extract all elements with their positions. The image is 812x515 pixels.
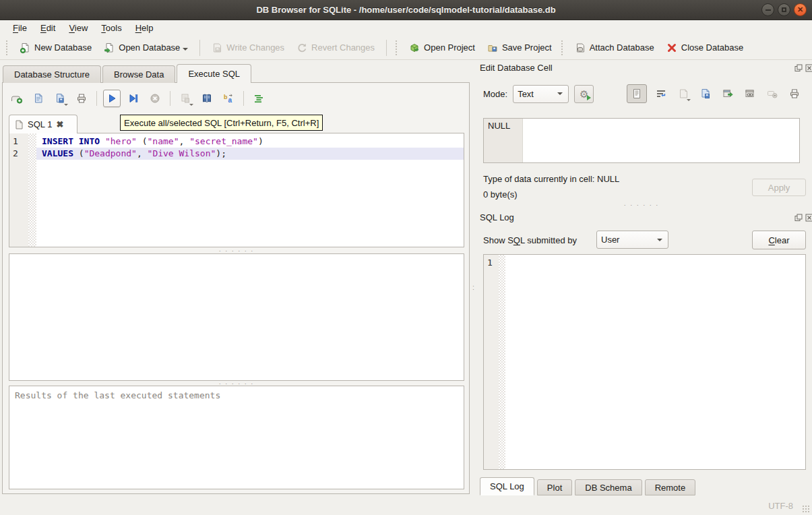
- encoding-indicator: UTF-8: [768, 501, 793, 511]
- sql-tab-close-icon[interactable]: ✖: [56, 119, 63, 129]
- menu-edit[interactable]: Edit: [34, 22, 61, 34]
- revert-changes-button: Revert Changes: [290, 39, 381, 57]
- results-placeholder-text: Results of the last executed statements: [9, 386, 464, 404]
- float-icon: [794, 64, 803, 72]
- menu-tools[interactable]: Tools: [95, 22, 127, 34]
- sql-log-dock-title: SQL Log: [480, 212, 514, 222]
- print-icon: [76, 93, 87, 104]
- dock-close-button[interactable]: [805, 213, 812, 222]
- sql-editor-toolbar: ba: [8, 86, 268, 111]
- sql-token: (: [73, 148, 84, 158]
- new-database-button[interactable]: New Database: [13, 39, 98, 57]
- clear-log-button[interactable]: Clear: [752, 231, 806, 249]
- sql-log-filter-combobox[interactable]: User: [596, 231, 668, 249]
- mode-value: Text: [518, 89, 551, 99]
- import-cell-data-button[interactable]: [697, 85, 714, 102]
- execute-all-button[interactable]: [103, 90, 121, 107]
- save-sql-file-button[interactable]: [51, 90, 69, 107]
- toolbar-separator: [386, 40, 387, 56]
- toolbar-handle[interactable]: [6, 40, 10, 55]
- sql-log-view[interactable]: 1: [483, 254, 806, 470]
- new-tab-icon: [11, 93, 23, 104]
- tab-database-structure[interactable]: Database Structure: [3, 65, 101, 83]
- splitter-handle[interactable]: · · · · · ·: [483, 203, 800, 207]
- attach-database-button[interactable]: Attach Database: [569, 39, 660, 57]
- open-database-button[interactable]: Open Database: [98, 39, 194, 57]
- minimize-button[interactable]: [761, 3, 774, 16]
- new-database-label: New Database: [34, 42, 92, 53]
- sql-tab-label: SQL 1: [28, 119, 52, 129]
- open-sql-tab-button[interactable]: [8, 90, 26, 107]
- copy-link-button[interactable]: [742, 85, 758, 102]
- panel-splitter[interactable]: ··: [471, 82, 475, 494]
- save-project-icon: [487, 42, 498, 53]
- new-database-icon: [20, 42, 30, 53]
- menu-view[interactable]: View: [63, 22, 94, 34]
- log-content: [505, 255, 805, 469]
- print-cell-button[interactable]: [786, 85, 803, 102]
- export-cell-data-button[interactable]: [720, 85, 736, 102]
- replace-button[interactable]: ba: [220, 90, 237, 107]
- splitter-handle[interactable]: · · · · · ·: [9, 249, 464, 253]
- close-button[interactable]: ✕: [794, 3, 807, 16]
- set-null-icon: [767, 88, 778, 99]
- toolbar-separator: [170, 91, 170, 106]
- cell-value-editor[interactable]: NULL: [483, 118, 800, 163]
- toolbar-handle[interactable]: [561, 40, 565, 55]
- word-wrap-button[interactable]: [653, 85, 669, 102]
- sql-document-icon: [15, 120, 24, 129]
- toolbar-separator: [243, 91, 244, 106]
- open-sql-file-button[interactable]: [30, 90, 47, 107]
- chevron-down-icon: [657, 239, 662, 241]
- menu-bar: File Edit View Tools Help: [0, 20, 812, 36]
- cell-edit-area[interactable]: [523, 119, 799, 162]
- dock-tab-plot[interactable]: Plot: [537, 479, 572, 495]
- toolbar-separator: [96, 91, 97, 106]
- save-project-button[interactable]: Save Project: [481, 39, 558, 57]
- dock-float-button[interactable]: [794, 213, 803, 222]
- open-project-button[interactable]: Open Project: [403, 39, 481, 57]
- results-grid-pane[interactable]: [9, 253, 464, 381]
- text-mode-button[interactable]: [627, 84, 647, 103]
- find-button[interactable]: [198, 90, 216, 107]
- close-icon: ✕: [797, 6, 803, 13]
- toolbar-handle[interactable]: [396, 40, 400, 55]
- dock-close-button[interactable]: [805, 63, 812, 72]
- dock-tab-db-schema[interactable]: DB Schema: [575, 479, 642, 495]
- resize-grip[interactable]: [802, 505, 811, 514]
- dock-tab-remote[interactable]: Remote: [645, 479, 696, 495]
- open-cell-data-icon: [678, 88, 689, 99]
- dock-float-button[interactable]: [794, 63, 803, 72]
- open-database-dropdown-arrow[interactable]: [183, 48, 188, 51]
- menu-help[interactable]: Help: [129, 22, 160, 34]
- execute-current-line-button[interactable]: [125, 90, 142, 107]
- sql-1-tab[interactable]: SQL 1 ✖: [9, 115, 77, 133]
- auto-apply-button[interactable]: ⚙: [574, 85, 594, 103]
- sql-code-editor[interactable]: 1 2 INSERT INTO "hero" ("name", "secret_…: [9, 133, 464, 247]
- replace-icon: ba: [223, 93, 234, 104]
- sql-log-filter-label: Show SQL submitted by: [483, 235, 577, 245]
- attach-database-icon: [575, 42, 586, 53]
- app-window: { "window": { "title": "DB Browser for S…: [0, 0, 812, 515]
- stop-execution-button: [146, 90, 164, 107]
- dock-close-icon: [805, 214, 812, 222]
- sql-token: (: [137, 136, 148, 146]
- open-database-icon: [104, 42, 115, 53]
- line-number: 2: [13, 148, 28, 160]
- format-sql-button[interactable]: [250, 90, 268, 107]
- print-sql-button[interactable]: [73, 90, 90, 107]
- dock-tab-sql-log[interactable]: SQL Log: [480, 477, 534, 495]
- svg-text:a: a: [228, 96, 232, 104]
- save-sql-dropdown-arrow[interactable]: [64, 104, 68, 106]
- tab-browse-data[interactable]: Browse Data: [102, 65, 175, 83]
- open-project-icon: [409, 42, 420, 53]
- code-area[interactable]: INSERT INTO "hero" ("name", "secret_name…: [36, 133, 464, 247]
- close-database-button[interactable]: Close Database: [660, 39, 750, 57]
- maximize-button[interactable]: [778, 3, 790, 16]
- tab-execute-sql[interactable]: Execute SQL: [177, 64, 251, 83]
- execution-messages-pane[interactable]: Results of the last executed statements: [9, 386, 464, 489]
- title-bar[interactable]: DB Browser for SQLite - /home/user/code/…: [0, 0, 812, 20]
- sql-log-filter-value: User: [601, 235, 637, 245]
- menu-file[interactable]: File: [7, 22, 33, 34]
- mode-combobox[interactable]: Text: [513, 85, 569, 103]
